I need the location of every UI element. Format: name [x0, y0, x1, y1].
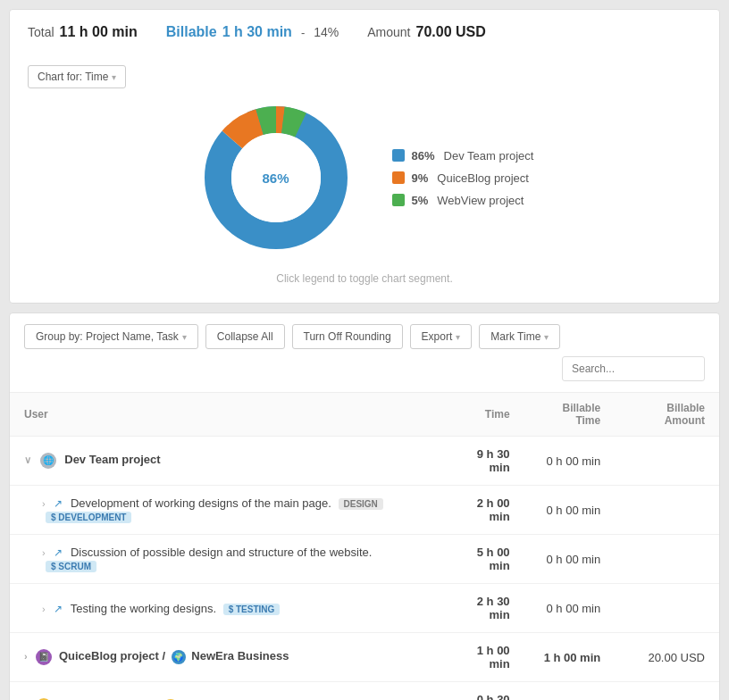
project-name-cell: › 📓 QuiceBlog project / 🌍 NewEra Busines…: [10, 633, 443, 682]
task-link-icon: ↗: [54, 546, 63, 559]
mark-time-label: Mark Time: [490, 330, 540, 343]
task-billable-time: 0 h 00 min: [524, 486, 616, 535]
task-billable-time: 0 h 00 min: [524, 535, 616, 584]
dash: -: [301, 26, 305, 39]
table-row: › 📓 QuiceBlog project / 🌍 NewEra Busines…: [10, 633, 719, 682]
project-billable-amount-webview: 50.00 USD: [615, 682, 719, 701]
task-billable-amount: [615, 535, 719, 584]
table-row: › ⭐ WebView project / 🌟 Tek Extreme Ltd.…: [10, 682, 719, 701]
group-by-button[interactable]: Group by: Project Name, Task ▾: [24, 324, 198, 349]
project-name-cell: ∨ 🌐 Dev Team project: [10, 437, 443, 486]
project-billable-time: 0 h 00 min: [524, 437, 616, 486]
project-icon: 🌐: [40, 453, 56, 469]
client-icon-newera: 🌍: [172, 650, 186, 664]
collapse-all-label: Collapse All: [217, 330, 273, 343]
project-name-quiceblog: QuiceBlog project /: [59, 649, 169, 662]
task-time: 5 h 00 min: [443, 535, 524, 584]
task-time: 2 h 30 min: [443, 584, 524, 633]
expand-icon[interactable]: ∨: [24, 454, 31, 465]
turn-off-rounding-button[interactable]: Turn Off Rounding: [292, 324, 403, 349]
task-name-cell: › ↗ Testing the working designs. $ TESTI…: [10, 584, 443, 633]
total-label: Total: [28, 25, 54, 39]
chevron-down-icon: ▾: [112, 72, 116, 82]
task-billable-amount: [615, 486, 719, 535]
amount-value: 70.00 USD: [416, 24, 486, 40]
tag-development: $ DEVELOPMENT: [46, 512, 131, 523]
legend-label-devteam: Dev Team project: [444, 149, 534, 162]
chevron-down-icon: ▾: [544, 332, 549, 342]
legend-label-webview: WebView project: [437, 194, 524, 207]
billable-pct: 14%: [314, 25, 339, 39]
project-icon-quiceblog: 📓: [36, 649, 52, 665]
project-time: 9 h 30 min: [443, 437, 524, 486]
chevron-down-icon: ▾: [182, 332, 187, 342]
tag-testing: $ TESTING: [223, 604, 281, 615]
task-name: Testing the working designs.: [71, 602, 216, 615]
project-time-quiceblog: 1 h 00 min: [443, 633, 524, 682]
legend-dot-quiceblog: [392, 171, 405, 184]
legend-dot-webview: [392, 194, 405, 206]
chart-for-label: Chart for: Time: [38, 71, 108, 83]
legend-item-devteam[interactable]: 86% Dev Team project: [392, 149, 534, 162]
legend-pct-devteam: 86%: [412, 149, 435, 162]
legend-pct-webview: 5%: [412, 194, 429, 207]
billable-label: Billable: [166, 24, 217, 40]
donut-chart: 86%: [196, 97, 356, 258]
legend-label-quiceblog: QuiceBlog project: [437, 171, 529, 185]
chart-for-button[interactable]: Chart for: Time ▾: [28, 65, 126, 88]
task-name-cell: › ↗ Discussion of possible design and st…: [10, 535, 443, 584]
expand-icon[interactable]: ›: [42, 547, 46, 558]
task-name: Discussion of possible design and struct…: [71, 546, 372, 559]
expand-icon[interactable]: ›: [42, 604, 46, 614]
task-link-icon: ↗: [54, 497, 63, 510]
search-input[interactable]: [562, 356, 705, 381]
project-billable-time-quiceblog: 1 h 00 min: [524, 633, 616, 682]
table-row: › ↗ Development of working designs of th…: [10, 486, 719, 535]
project-billable-time-webview: 0 h 30 min: [524, 682, 616, 701]
legend-item-webview[interactable]: 5% WebView project: [392, 194, 534, 207]
col-billable-amount: Billable Amount: [615, 393, 719, 437]
chart-legend: 86% Dev Team project 9% QuiceBlog projec…: [392, 149, 534, 207]
project-billable-amount: [615, 437, 719, 486]
project-billable-amount-quiceblog: 20.00 USD: [615, 633, 719, 682]
task-time: 2 h 00 min: [443, 486, 524, 535]
chevron-down-icon: ▾: [456, 332, 460, 342]
col-time: Time: [443, 393, 524, 437]
table-row: ∨ 🌐 Dev Team project 9 h 30 min 0 h 00 m…: [10, 437, 719, 486]
task-billable-time: 0 h 00 min: [524, 584, 616, 633]
client-name-newera: NewEra Business: [191, 649, 289, 662]
turn-off-rounding-label: Turn Off Rounding: [304, 330, 391, 343]
project-name: Dev Team project: [64, 453, 160, 466]
total-value: 11 h 00 min: [60, 24, 138, 40]
task-name-cell: › ↗ Development of working designs of th…: [10, 486, 443, 535]
legend-item-quiceblog[interactable]: 9% QuiceBlog project: [392, 171, 534, 185]
tag-design: DESIGN: [339, 498, 383, 510]
collapse-all-button[interactable]: Collapse All: [205, 324, 285, 349]
task-link-icon: ↗: [54, 603, 63, 615]
toolbar: Group by: Project Name, Task ▾ Collapse …: [10, 313, 719, 392]
expand-icon[interactable]: ›: [24, 651, 28, 662]
export-label: Export: [422, 330, 453, 343]
group-by-label: Group by: Project Name, Task: [36, 330, 179, 343]
expand-icon[interactable]: ›: [42, 498, 46, 509]
task-billable-amount: [615, 584, 719, 633]
table-row: › ↗ Discussion of possible design and st…: [10, 535, 719, 584]
col-user: User: [10, 393, 443, 437]
task-name: Development of working designs of the ma…: [71, 496, 331, 510]
tag-scrum: $ SCRUM: [46, 561, 96, 572]
legend-pct-quiceblog: 9%: [412, 171, 429, 185]
legend-dot-devteam: [392, 149, 405, 162]
table-row: › ↗ Testing the working designs. $ TESTI…: [10, 584, 719, 633]
donut-center-label: 86%: [263, 171, 289, 186]
export-button[interactable]: Export ▾: [410, 324, 473, 349]
col-billable-time: Billable Time: [524, 393, 616, 437]
amount-label: Amount: [367, 25, 410, 39]
chart-hint: Click legend to toggle chart segment.: [28, 272, 701, 285]
project-time-webview: 0 h 30 min: [443, 682, 524, 701]
billable-value: 1 h 30 min: [222, 24, 292, 40]
data-table: User Time Billable Time Billable Amount …: [10, 392, 719, 700]
mark-time-button[interactable]: Mark Time ▾: [479, 324, 560, 349]
project-name-cell-webview: › ⭐ WebView project / 🌟 Tek Extreme Ltd.: [10, 682, 443, 701]
